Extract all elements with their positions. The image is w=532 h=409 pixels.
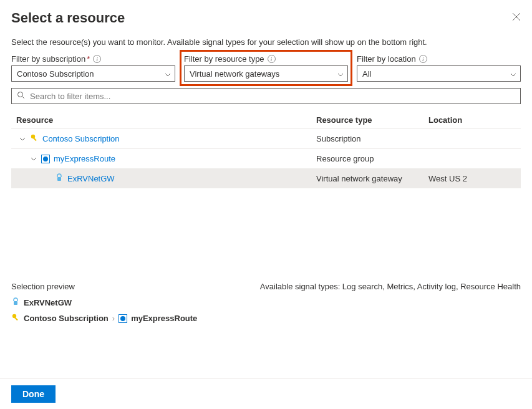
done-button[interactable]: Done [11,385,56,403]
filter-subscription-select[interactable]: Contoso Subscription [11,65,175,82]
key-icon [30,133,39,144]
table-row[interactable]: Contoso Subscription Subscription [11,128,521,148]
close-icon[interactable] [512,12,521,24]
search-field[interactable] [29,91,516,102]
info-icon[interactable]: i [268,55,276,63]
svg-rect-5 [14,301,17,305]
search-input[interactable] [11,88,521,104]
selection-preview-title: Selection preview [11,282,197,291]
resourcegroup-icon [118,314,127,323]
highlighted-filter: Filter by resource type i Virtual networ… [180,50,352,86]
preview-selected: ExRVNetGW [11,297,197,308]
svg-rect-4 [57,177,61,181]
expand-icon[interactable] [19,135,26,142]
expand-icon[interactable] [30,155,37,162]
gateway-icon [55,173,64,184]
panel-title: Select a resource [11,10,125,26]
svg-line-1 [22,97,25,99]
filter-resourcetype-select[interactable]: Virtual network gateways [184,65,348,82]
search-icon [17,91,25,101]
resourcegroup-icon [41,155,50,163]
gateway-icon [11,297,20,308]
info-icon[interactable]: i [419,55,427,63]
key-icon [11,313,20,324]
col-type: Resource type [316,115,428,125]
panel-description: Select the resource(s) you want to monit… [11,37,521,47]
row-name: Contoso Subscription [42,134,120,143]
chevron-down-icon [165,69,171,79]
filter-resourcetype-label: Filter by resource type i [184,54,348,64]
table-row[interactable]: ExRVNetGW Virtual network gateway West U… [11,168,521,188]
filter-location-select[interactable]: All [357,65,521,82]
svg-rect-3 [33,138,37,142]
filter-location-label: Filter by location i [357,54,521,64]
table-header: Resource Resource type Location [11,112,521,128]
svg-point-0 [18,92,23,97]
chevron-down-icon [337,69,344,79]
svg-rect-7 [14,317,18,321]
row-type: Resource group [316,154,428,163]
col-resource: Resource [16,115,316,125]
table-row[interactable]: myExpressRoute Resource group [11,148,521,168]
row-type: Subscription [316,134,428,143]
chevron-down-icon [510,69,516,79]
footer: Done [0,378,532,409]
filter-subscription-label: Filter by subscription* i [11,54,175,64]
row-name: ExRVNetGW [67,174,115,183]
row-loc: West US 2 [428,174,516,183]
available-signal-types: Available signal types: Log search, Metr… [260,282,521,324]
preview-breadcrumb: Contoso Subscription › myExpressRoute [11,313,197,324]
svg-point-2 [31,135,35,138]
info-icon[interactable]: i [93,55,101,63]
row-type: Virtual network gateway [316,174,428,183]
col-location: Location [428,115,516,125]
row-name: myExpressRoute [54,154,115,163]
chevron-right-icon: › [112,314,115,323]
